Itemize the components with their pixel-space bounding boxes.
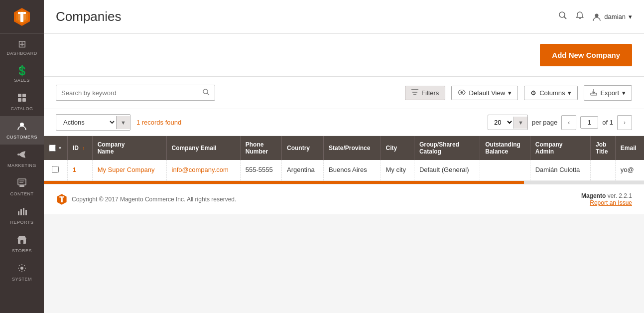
search-icon[interactable]	[558, 11, 567, 22]
col-header-outstanding-balance[interactable]: OutstandingBalance	[480, 136, 530, 160]
search-box	[56, 85, 215, 101]
svg-rect-7	[22, 94, 26, 97]
col-header-company-admin[interactable]: CompanyAdmin	[530, 136, 590, 160]
columns-icon: ⚙	[530, 89, 536, 97]
col-header-company-name[interactable]: CompanyName	[92, 136, 166, 160]
row-phone-number: 555-5555	[240, 160, 281, 181]
sidebar-item-label: SYSTEM	[12, 277, 32, 282]
svg-rect-19	[25, 210, 27, 215]
per-page-dropdown[interactable]: 20	[488, 115, 514, 130]
content-icon	[17, 178, 27, 189]
sidebar-item-sales[interactable]: 💲 SALES	[0, 61, 44, 88]
select-all-checkbox[interactable]	[49, 145, 56, 152]
col-header-company-email[interactable]: Company Email	[166, 136, 240, 160]
svg-line-24	[564, 17, 567, 19]
default-view-button[interactable]: Default View ▾	[451, 86, 518, 100]
row-company-email[interactable]: info@company.com	[166, 160, 240, 181]
search-submit-icon[interactable]	[202, 88, 210, 97]
svg-point-27	[203, 89, 208, 94]
next-page-button[interactable]: ›	[617, 115, 632, 130]
export-dropdown-icon: ▾	[622, 89, 626, 97]
search-input[interactable]	[61, 89, 198, 97]
catalog-icon	[17, 93, 27, 104]
col-header-group-shared-catalog[interactable]: Group/SharedCatalog	[414, 136, 480, 160]
sidebar-item-catalog[interactable]: CATALOG	[0, 88, 44, 116]
svg-rect-6	[18, 94, 21, 97]
header-actions: damian ▾	[558, 11, 632, 22]
user-icon	[592, 12, 601, 21]
select-dropdown-icon[interactable]: ▼	[58, 146, 62, 151]
sidebar-item-system[interactable]: SYSTEM	[0, 258, 44, 287]
footer-copyright: Copyright © 2017 Magento Commerce Inc. A…	[72, 196, 236, 203]
row-id[interactable]: 1	[67, 160, 92, 181]
actions-dropdown-button[interactable]: ▼	[116, 116, 130, 129]
col-header-phone-number[interactable]: PhoneNumber	[240, 136, 281, 160]
svg-rect-8	[18, 98, 21, 102]
col-header-id[interactable]: ID ↑	[67, 136, 92, 160]
user-name: damian	[604, 13, 626, 20]
row-checkbox[interactable]	[52, 166, 59, 173]
filters-label: Filters	[421, 89, 439, 97]
svg-line-28	[207, 93, 209, 95]
sidebar-item-reports[interactable]: REPORTS	[0, 201, 44, 230]
per-page-select: 20 ▼	[488, 115, 528, 130]
current-page: 1	[580, 116, 598, 129]
svg-rect-5	[23, 12, 26, 14]
col-header-job-title[interactable]: JobTitle	[591, 136, 616, 160]
sidebar-item-label: CATALOG	[10, 106, 33, 111]
sidebar-item-content[interactable]: CONTENT	[0, 173, 44, 201]
actions-row: Actions ▼ 1 records found 20 ▼ per page …	[44, 109, 644, 136]
row-checkbox-cell	[44, 160, 67, 181]
sidebar-item-stores[interactable]: STORES	[0, 230, 44, 258]
footer: Copyright © 2017 Magento Commerce Inc. A…	[44, 184, 644, 214]
filters-button[interactable]: Filters	[405, 86, 445, 100]
row-group-shared-catalog: Default (General)	[414, 160, 480, 181]
svg-rect-35	[63, 196, 64, 197]
magento-logo-icon	[12, 7, 32, 27]
table-header-row: ▼ ID ↑ CompanyName Company Email PhoneNu…	[44, 136, 644, 160]
col-header-city[interactable]: City	[381, 136, 414, 160]
sidebar-item-label: STORES	[12, 248, 32, 253]
dashboard-icon: ⊞	[18, 39, 26, 49]
row-city: My city	[381, 160, 414, 181]
page-title: Companies	[56, 9, 122, 24]
row-company-name[interactable]: My Super Company	[92, 160, 166, 181]
add-company-button[interactable]: Add New Company	[540, 44, 632, 66]
sidebar-item-customers[interactable]: CUSTOMERS	[0, 116, 44, 145]
reports-icon	[17, 206, 27, 218]
row-company-admin[interactable]: Damián Culotta	[530, 160, 590, 181]
top-header: Companies damian ▾	[44, 0, 644, 34]
columns-label: Columns	[539, 89, 565, 97]
col-header-state-province[interactable]: State/Province	[324, 136, 381, 160]
export-icon	[590, 89, 597, 97]
export-label: Export	[600, 89, 619, 97]
sidebar-item-label: CONTENT	[10, 191, 34, 196]
eye-icon	[458, 89, 466, 97]
columns-button[interactable]: ⚙ Columns ▾	[524, 86, 578, 100]
footer-version-label: Magento	[581, 192, 606, 199]
svg-point-11	[17, 154, 19, 156]
companies-table: ▼ ID ↑ CompanyName Company Email PhoneNu…	[44, 136, 644, 181]
add-company-banner: Add New Company	[44, 34, 644, 77]
col-header-country[interactable]: Country	[282, 136, 324, 160]
export-button[interactable]: Export ▾	[584, 85, 632, 101]
actions-select[interactable]: Actions	[56, 115, 116, 130]
per-page-label: per page	[532, 119, 557, 126]
col-header-email[interactable]: Email	[615, 136, 644, 160]
sidebar-item-label: CUSTOMERS	[6, 135, 37, 140]
actions-select-wrap: Actions ▼	[56, 114, 130, 131]
report-issue-link[interactable]: Report an Issue	[590, 199, 632, 206]
svg-rect-4	[18, 12, 20, 14]
svg-rect-33	[61, 196, 63, 202]
sidebar-item-marketing[interactable]: MARKETING	[0, 145, 44, 173]
records-found: 1 records found	[136, 119, 181, 126]
prev-page-button[interactable]: ‹	[561, 115, 576, 130]
content-area: Add New Company Filters Defaul	[44, 34, 644, 313]
svg-point-26	[595, 13, 599, 17]
footer-logo-area: Copyright © 2017 Magento Commerce Inc. A…	[56, 193, 236, 205]
user-menu[interactable]: damian ▾	[592, 12, 632, 21]
sidebar-item-dashboard[interactable]: ⊞ DASHBOARD	[0, 34, 44, 61]
notifications-icon[interactable]	[575, 11, 584, 22]
table-row: 1 My Super Company info@company.com 555-…	[44, 160, 644, 181]
table-body: 1 My Super Company info@company.com 555-…	[44, 160, 644, 181]
